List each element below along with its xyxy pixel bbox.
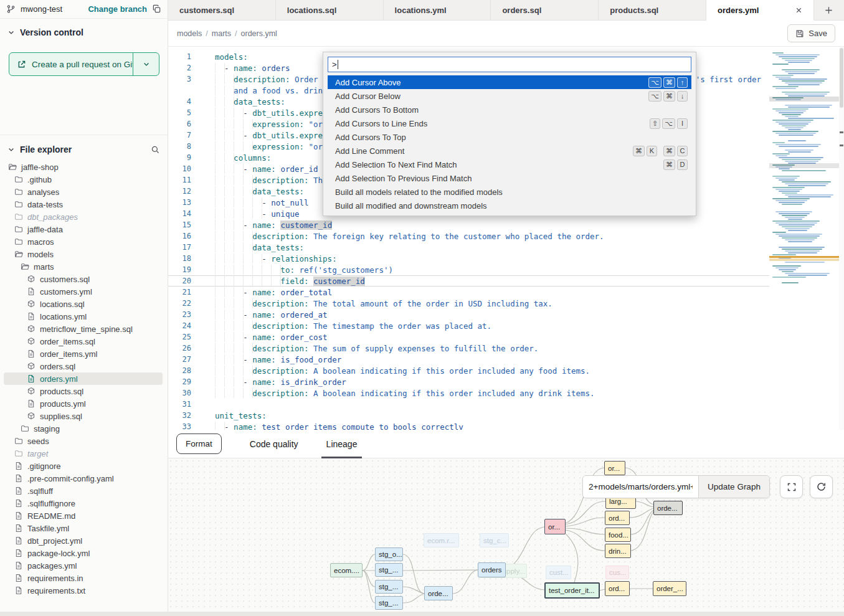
file-item-taskfile-yml[interactable]: Taskfile.yml <box>0 522 168 534</box>
file-item--sqlfluffignore[interactable]: .sqlfluffignore <box>0 497 168 509</box>
code-line[interactable]: 28 description: A boolean indicating if … <box>168 365 769 376</box>
lineage-node-stg-c-[interactable]: stg_c... <box>480 533 509 547</box>
palette-item-add-cursor-above[interactable]: Add Cursor Above⌥⌘↑ <box>328 75 691 89</box>
file-item-products-sql[interactable]: products.sql <box>0 385 168 397</box>
update-graph-button[interactable]: Update Graph <box>698 476 769 498</box>
code-line[interactable]: 22 description: The total amount of the … <box>168 298 769 309</box>
tab-customers-sql[interactable]: customers.sql <box>168 0 276 21</box>
lineage-node-stg-[interactable]: stg_... <box>375 563 403 577</box>
file-item-readme-md[interactable]: README.md <box>0 509 168 522</box>
tab-orders-sql[interactable]: orders.sql <box>491 0 599 21</box>
file-item-analyses[interactable]: analyses <box>0 186 168 198</box>
file-item-metricflow-time-spine-sql[interactable]: metricflow_time_spine.sql <box>0 323 168 335</box>
file-item-dbt-project-yml[interactable]: dbt_project.yml <box>0 534 168 547</box>
lineage-node-test-order-it-[interactable]: test_order_it... <box>544 582 600 599</box>
tab-orders-yml[interactable]: orders.yml <box>706 0 814 21</box>
code-line[interactable]: 27 - name: is_food_order <box>168 354 769 365</box>
fullscreen-button[interactable] <box>780 475 803 498</box>
file-item-products-yml[interactable]: products.yml <box>0 397 168 410</box>
file-item-models[interactable]: models <box>0 248 168 260</box>
code-line[interactable]: 23 - name: ordered_at <box>168 309 769 320</box>
file-item--github[interactable]: .github <box>0 173 168 186</box>
tab-code-quality[interactable]: Code quality <box>250 430 298 458</box>
file-item-orders-sql[interactable]: orders.sql <box>0 360 168 372</box>
version-control-header[interactable]: Version control <box>0 19 168 44</box>
file-item--gitignore[interactable]: .gitignore <box>0 460 168 472</box>
code-line[interactable]: 31 <box>168 399 769 410</box>
code-line[interactable]: 15 - name: customer_id <box>168 219 769 230</box>
lineage-node-food-[interactable]: food... <box>605 528 631 542</box>
lineage-node-ecom-r-[interactable]: ecom.r... <box>424 533 459 547</box>
close-icon[interactable] <box>794 4 805 16</box>
code-line[interactable]: 25 - name: order_cost <box>168 331 769 343</box>
lineage-node-orde-[interactable]: orde... <box>424 586 453 600</box>
file-item-data-tests[interactable]: data-tests <box>0 198 168 211</box>
code-line[interactable]: 26 description: The sum of supply expens… <box>168 343 769 354</box>
file-explorer-header[interactable]: File explorer <box>0 136 168 161</box>
file-item-orders-yml[interactable]: orders.yml <box>0 372 168 385</box>
code-line-current[interactable]: 20 field: customer_id <box>168 275 769 287</box>
lineage-node-stg-[interactable]: stg_... <box>375 596 403 610</box>
tab-locations-sql[interactable]: locations.sql <box>276 0 384 21</box>
lineage-node-drin-[interactable]: drin... <box>605 544 631 558</box>
file-item-customers-yml[interactable]: customers.yml <box>0 285 168 298</box>
code-line[interactable]: 33 - name: test_order_items_compute_to_b… <box>168 421 769 430</box>
file-item-requirements-in[interactable]: requirements.in <box>0 572 168 584</box>
minimap[interactable] <box>769 47 839 430</box>
new-tab-button[interactable] <box>814 0 844 20</box>
file-item-order-items-yml[interactable]: order_items.yml <box>0 348 168 360</box>
code-line[interactable]: 16 description: The foreign key relating… <box>168 230 769 242</box>
file-item-packages-yml[interactable]: packages.yml <box>0 559 168 572</box>
file-item-order-items-sql[interactable]: order_items.sql <box>0 335 168 348</box>
horizontal-scrollbar[interactable] <box>0 612 844 616</box>
file-item-package-lock-yml[interactable]: package-lock.yml <box>0 547 168 559</box>
code-line[interactable]: 29 - name: is_drink_order <box>168 376 769 387</box>
lineage-node-or-[interactable]: or... <box>544 519 566 534</box>
code-line[interactable]: 17 data_tests: <box>168 242 769 253</box>
file-item-dbt-packages[interactable]: dbt_packages <box>0 211 168 223</box>
file-item-jaffle-shop[interactable]: jaffle-shop <box>0 161 168 173</box>
format-button[interactable]: Format <box>176 434 222 454</box>
create-pr-button[interactable]: Create a pull request on Git... <box>9 52 159 76</box>
lineage-node-cust-[interactable]: cust... <box>546 566 571 579</box>
lineage-node-orde-[interactable]: orde... <box>653 501 683 515</box>
tab-locations-yml[interactable]: locations.yml <box>384 0 491 21</box>
code-line[interactable]: 24 description: The timestamp the order … <box>168 320 769 331</box>
code-line[interactable]: 30 description: A boolean indicating if … <box>168 387 769 399</box>
file-item-marts[interactable]: marts <box>0 260 168 273</box>
lineage-node-stg-[interactable]: stg_... <box>375 580 403 594</box>
code-line[interactable]: 21 - name: order_total <box>168 287 769 298</box>
save-button[interactable]: Save <box>787 24 835 42</box>
command-palette-input[interactable]: > <box>328 57 691 72</box>
palette-item-add-cursors-to-line-ends[interactable]: Add Cursors to Line Ends⇧⌥I <box>328 116 691 130</box>
file-item-macros[interactable]: macros <box>0 235 168 248</box>
editor-scrollbar[interactable] <box>839 47 844 430</box>
file-item--sqlfluff[interactable]: .sqlfluff <box>0 485 168 497</box>
graph-selector-input[interactable] <box>583 476 698 498</box>
file-item-locations-sql[interactable]: locations.sql <box>0 298 168 310</box>
tab-products-sql[interactable]: products.sql <box>599 0 706 21</box>
file-item--pre-commit-config-yaml[interactable]: .pre-commit-config.yaml <box>0 472 168 485</box>
file-item-requirements-txt[interactable]: requirements.txt <box>0 584 168 597</box>
file-item-locations-yml[interactable]: locations.yml <box>0 310 168 323</box>
lineage-node-order-[interactable]: order_... <box>653 581 686 596</box>
file-item-seeds[interactable]: seeds <box>0 435 168 447</box>
code-line[interactable]: 18 - relationships: <box>168 253 769 264</box>
code-line[interactable]: 32unit_tests: <box>168 410 769 421</box>
lineage-node-ord-[interactable]: ord... <box>605 581 630 596</box>
lineage-graph[interactable]: ecom.r...stg_c...test_supply...cust...cu… <box>168 458 844 612</box>
file-item-supplies-sql[interactable]: supplies.sql <box>0 410 168 422</box>
code-line[interactable]: 19 to: ref('stg_customers') <box>168 264 769 275</box>
lineage-node-ecom-[interactable]: ecom.... <box>330 563 363 577</box>
lineage-node-orders[interactable]: orders <box>478 562 506 577</box>
change-branch-link[interactable]: Change branch <box>88 4 147 14</box>
palette-item-add-cursors-to-top[interactable]: Add Cursors To Top <box>328 130 691 144</box>
palette-item-build-all-modified-and-downstream-models[interactable]: Build all modified and downstream models <box>328 199 691 212</box>
file-item-jaffle-data[interactable]: jaffle-data <box>0 223 168 235</box>
create-pr-dropdown[interactable] <box>133 53 159 75</box>
tab-lineage[interactable]: Lineage <box>326 430 358 458</box>
lineage-node-cus-[interactable]: cus... <box>605 566 629 579</box>
refresh-button[interactable] <box>810 475 833 498</box>
palette-item-add-selection-to-previous-find-match[interactable]: Add Selection To Previous Find Match <box>328 171 691 185</box>
lineage-node-or-[interactable]: or... <box>604 461 625 475</box>
